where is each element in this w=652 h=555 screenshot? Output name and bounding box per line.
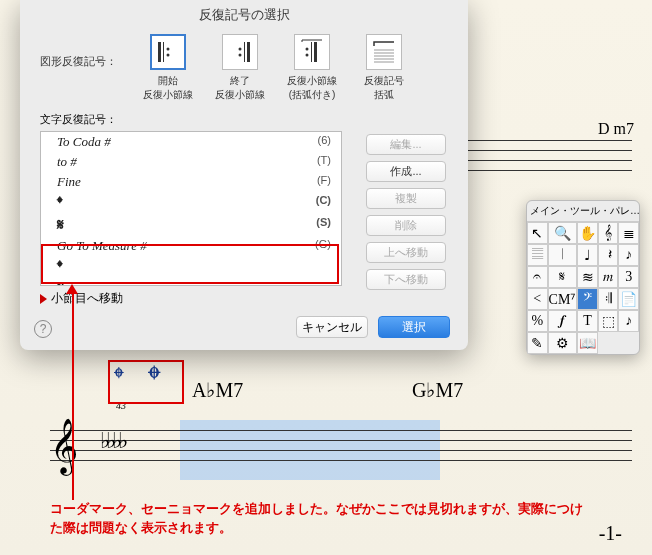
coda-icon: 𝄌	[114, 362, 124, 395]
svg-point-8	[306, 48, 309, 51]
palette-grid: ↖🔍✋𝄞≣𝄚𝄀♩𝄽♪𝄐𝄋≋𝆐3<CM⁷𝄢𝄇📄%𝆑T⬚♪✎⚙📖	[527, 222, 639, 354]
list-item[interactable]: 𝄌	[41, 256, 341, 278]
select-button[interactable]: 選択	[378, 316, 450, 338]
list-item[interactable]: 𝄋	[41, 278, 341, 286]
palette-tool[interactable]: ♩	[577, 244, 598, 266]
list-item[interactable]: To Coda #(6)	[41, 132, 341, 152]
graphic-repeat-label: 図形反復記号：	[40, 34, 130, 69]
dialog-title: 反復記号の選択	[20, 0, 468, 30]
cancel-button[interactable]: キャンセル	[296, 316, 368, 338]
annotation-arrow	[72, 290, 74, 500]
palette-tool[interactable]: 𝄚	[527, 244, 548, 266]
svg-rect-0	[158, 42, 161, 62]
palette-tool[interactable]: 𝄢	[577, 288, 598, 310]
text-repeat-listbox[interactable]: To Coda #(6) to #(T) Fine(F) 𝄌(C) 𝄋(S) G…	[40, 131, 342, 286]
help-button[interactable]: ?	[34, 320, 52, 338]
graphic-item-label: 開始 反復小節線	[140, 74, 196, 102]
duplicate-button[interactable]: 複製	[366, 188, 446, 209]
palette-tool[interactable]: ✎	[527, 332, 548, 354]
palette-tool[interactable]: ✋	[577, 222, 598, 244]
palette-tool[interactable]: ♪	[618, 244, 639, 266]
chord-symbol: A♭M7	[192, 378, 243, 402]
graphic-item-repeat-bracket[interactable]: 反復小節線 (括弧付き)	[284, 34, 340, 102]
graphic-item-start-repeat[interactable]: 開始 反復小節線	[140, 34, 196, 102]
bracket-icon	[366, 34, 402, 70]
move-label: 小節目へ移動	[51, 290, 123, 307]
list-item[interactable]: Go To Measure #(G)	[41, 236, 341, 256]
text-repeat-label: 文字反復記号：	[20, 110, 468, 131]
palette-tool[interactable]: ⚙	[548, 332, 578, 354]
svg-point-9	[306, 54, 309, 57]
move-down-button[interactable]: 下へ移動	[366, 269, 446, 290]
coda-icon: 𝄌	[148, 358, 160, 400]
palette-tool[interactable]: 𝆑	[548, 310, 578, 332]
page-number: -1-	[599, 522, 622, 545]
palette-tool[interactable]: 𝆐	[598, 266, 619, 288]
palette-tool[interactable]: ≋	[577, 266, 598, 288]
svg-rect-6	[244, 42, 245, 62]
graphic-item-label: 終了 反復小節線	[212, 74, 268, 102]
graphic-item-end-repeat[interactable]: 終了 反復小節線	[212, 34, 268, 102]
svg-rect-1	[163, 42, 164, 62]
graphic-item-label: 反復記号 括弧	[356, 74, 412, 102]
graphic-items: 開始 反復小節線 終了 反復小節線 反復小節線 (括弧付き) 反復記号 括弧	[140, 34, 412, 102]
start-repeat-icon	[150, 34, 186, 70]
palette-tool[interactable]: 𝄽	[598, 244, 619, 266]
chord-symbol: G♭M7	[412, 378, 463, 402]
palette-tool[interactable]: ⬚	[598, 310, 619, 332]
annotation-text: コーダマーク、セーニョマークを追加しました。なぜかここでは見切れますが、実際につ…	[50, 500, 590, 538]
graphic-item-label: 反復小節線 (括弧付き)	[284, 74, 340, 102]
side-buttons: 編集... 作成... 複製 削除 上へ移動 下へ移動	[366, 134, 446, 290]
edit-button[interactable]: 編集...	[366, 134, 446, 155]
svg-rect-11	[314, 42, 317, 62]
palette-tool[interactable]: 𝄇	[598, 288, 619, 310]
palette-tool[interactable]: 𝄐	[527, 266, 548, 288]
staff-lines	[50, 430, 632, 470]
svg-point-4	[239, 48, 242, 51]
delete-button[interactable]: 削除	[366, 215, 446, 236]
palette-tool[interactable]: ♪	[618, 310, 639, 332]
palette-tool[interactable]: 𝄋	[548, 266, 578, 288]
palette-tool[interactable]: T	[577, 310, 598, 332]
list-item[interactable]: 𝄌(C)	[41, 192, 341, 214]
move-up-button[interactable]: 上へ移動	[366, 242, 446, 263]
arrow-head-icon	[66, 284, 78, 294]
triangle-icon[interactable]	[40, 294, 47, 304]
palette-tool[interactable]: ≣	[618, 222, 639, 244]
svg-rect-7	[247, 42, 250, 62]
list-item[interactable]: to #(T)	[41, 152, 341, 172]
list-item[interactable]: Fine(F)	[41, 172, 341, 192]
palette-tool[interactable]: 📖	[577, 332, 598, 354]
palette-tool[interactable]: 𝄞	[598, 222, 619, 244]
graphic-item-bracket[interactable]: 反復記号 括弧	[356, 34, 412, 102]
palette-title: メイン・ツール・パレ…	[527, 201, 639, 222]
palette-tool[interactable]: 3	[618, 266, 639, 288]
palette-tool[interactable]: CM⁷	[548, 288, 578, 310]
palette-tool[interactable]: 𝄀	[548, 244, 578, 266]
svg-point-2	[167, 48, 170, 51]
end-repeat-icon	[222, 34, 258, 70]
list-item[interactable]: 𝄋(S)	[41, 214, 341, 236]
palette-tool[interactable]: <	[527, 288, 548, 310]
palette-tool[interactable]: 🔍	[548, 222, 578, 244]
svg-rect-10	[311, 42, 312, 62]
repeat-bracket-icon	[294, 34, 330, 70]
create-button[interactable]: 作成...	[366, 161, 446, 182]
palette-tool[interactable]: ↖	[527, 222, 548, 244]
key-signature: ♭♭♭♭	[100, 428, 124, 454]
main-tool-palette: メイン・ツール・パレ… ↖🔍✋𝄞≣𝄚𝄀♩𝄽♪𝄐𝄋≋𝆐3<CM⁷𝄢𝄇📄%𝆑T⬚♪✎…	[526, 200, 640, 355]
chord-symbol: D m7	[598, 120, 634, 138]
palette-tool[interactable]: %	[527, 310, 548, 332]
svg-point-3	[167, 54, 170, 57]
svg-point-5	[239, 54, 242, 57]
repeat-symbol-dialog: 反復記号の選択 図形反復記号： 開始 反復小節線 終了 反復小節線 反復小節線 …	[20, 0, 468, 350]
palette-tool[interactable]: 📄	[618, 288, 639, 310]
